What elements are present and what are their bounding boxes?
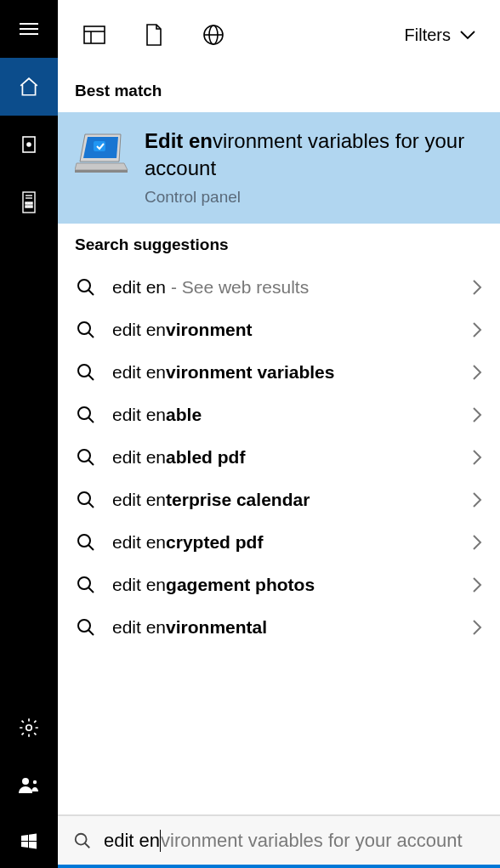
svg-point-36 [78, 577, 90, 589]
chevron-right-icon[interactable] [471, 363, 483, 382]
chevron-right-icon[interactable] [471, 576, 483, 594]
control-panel-laptop-icon [75, 128, 129, 175]
suggestion-text: edit environment variables [112, 362, 471, 383]
main-panel: Filters Best match Edit environment vari… [58, 0, 500, 868]
filters-dropdown[interactable]: Filters [405, 26, 485, 45]
suggestion-text: edit environmental [112, 617, 471, 638]
svg-rect-6 [28, 202, 30, 204]
sidebar-device[interactable] [0, 173, 58, 231]
svg-rect-8 [26, 206, 27, 207]
svg-line-25 [88, 332, 94, 338]
search-icon [75, 405, 97, 425]
suggestion-text: edit enabled pdf [112, 447, 471, 468]
device-icon [20, 190, 37, 214]
filter-document-icon[interactable] [145, 24, 163, 46]
search-icon [75, 490, 97, 510]
suggestion-row[interactable]: edit environment variables [58, 351, 500, 394]
filter-all-icon[interactable] [83, 24, 105, 46]
chevron-right-icon[interactable] [471, 278, 483, 297]
sidebar-home[interactable] [0, 58, 58, 116]
suggestion-text: edit encrypted pdf [112, 532, 471, 553]
hamburger-icon [20, 23, 38, 35]
nav-sidebar [0, 0, 58, 868]
suggestion-row[interactable]: edit environmental [58, 606, 500, 649]
apps-icon [19, 134, 39, 155]
svg-line-27 [88, 375, 94, 380]
suggestion-row[interactable]: edit enterprise calendar [58, 479, 500, 521]
filters-label: Filters [405, 26, 451, 45]
svg-point-13 [33, 780, 37, 784]
search-bar: edit environment variables for your acco… [58, 814, 500, 868]
svg-line-35 [88, 545, 94, 550]
sidebar-menu[interactable] [0, 0, 58, 58]
topbar: Filters [58, 0, 500, 70]
svg-line-39 [88, 630, 94, 635]
svg-rect-5 [26, 202, 27, 204]
svg-point-38 [78, 620, 90, 632]
search-text: edit environment variables for your acco… [104, 830, 463, 852]
svg-rect-9 [28, 206, 30, 207]
search-icon [73, 831, 92, 850]
suggestion-row[interactable]: edit enable [58, 394, 500, 436]
svg-point-34 [78, 535, 90, 547]
search-input[interactable]: edit environment variables for your acco… [58, 816, 500, 865]
svg-point-26 [78, 365, 90, 377]
start-button[interactable] [0, 814, 58, 868]
suggestion-text: edit enterprise calendar [112, 490, 471, 510]
suggestion-row[interactable]: edit en - See web results [58, 266, 500, 309]
suggestion-row[interactable]: edit enabled pdf [58, 436, 500, 479]
svg-point-30 [78, 450, 90, 462]
svg-point-1 [27, 143, 31, 146]
svg-point-24 [78, 322, 90, 334]
search-icon [75, 362, 97, 383]
chevron-right-icon[interactable] [471, 448, 483, 467]
svg-point-28 [78, 407, 90, 419]
chevron-right-icon[interactable] [471, 321, 483, 339]
svg-rect-21 [75, 170, 128, 173]
svg-line-29 [88, 417, 94, 423]
svg-line-41 [85, 842, 90, 848]
chevron-right-icon[interactable] [471, 618, 483, 637]
suggestion-text: edit environment [112, 320, 471, 340]
suggestions-header: Search suggestions [58, 224, 500, 266]
svg-point-40 [76, 833, 87, 844]
svg-point-11 [26, 725, 32, 731]
svg-rect-10 [31, 206, 32, 207]
gear-icon [18, 717, 40, 739]
filter-web-icon[interactable] [202, 24, 224, 46]
search-icon [75, 532, 97, 553]
chevron-right-icon[interactable] [471, 406, 483, 424]
search-icon [75, 447, 97, 468]
best-match-result[interactable]: Edit environment variables for your acco… [58, 112, 500, 224]
svg-rect-7 [31, 202, 32, 204]
suggestions-list: edit en - See web resultsedit environmen… [58, 266, 500, 649]
svg-point-32 [78, 492, 90, 504]
svg-point-22 [78, 280, 90, 292]
best-match-header: Best match [58, 70, 500, 112]
svg-rect-14 [84, 26, 105, 43]
suggestion-text: edit enable [112, 405, 471, 425]
suggestion-text: edit en - See web results [112, 277, 471, 298]
svg-line-33 [88, 502, 94, 508]
search-icon [75, 617, 97, 638]
best-match-subtitle: Control panel [145, 188, 483, 207]
chevron-down-icon [459, 30, 476, 40]
home-icon [18, 76, 40, 98]
suggestion-row[interactable]: edit engagement photos [58, 564, 500, 606]
sidebar-settings[interactable] [0, 699, 58, 757]
chevron-right-icon[interactable] [471, 533, 483, 552]
search-icon [75, 575, 97, 595]
chevron-right-icon[interactable] [471, 491, 483, 509]
svg-line-31 [88, 460, 94, 465]
sidebar-apps[interactable] [0, 116, 58, 173]
suggestion-text: edit engagement photos [112, 575, 471, 595]
svg-line-37 [88, 587, 94, 593]
sidebar-account[interactable] [0, 757, 58, 814]
suggestion-row[interactable]: edit encrypted pdf [58, 521, 500, 564]
suggestion-row[interactable]: edit environment [58, 309, 500, 351]
person-icon [18, 776, 40, 795]
svg-line-23 [88, 290, 94, 295]
search-icon [75, 277, 97, 298]
best-match-title: Edit environment variables for your acco… [145, 128, 483, 183]
windows-icon [19, 831, 39, 852]
